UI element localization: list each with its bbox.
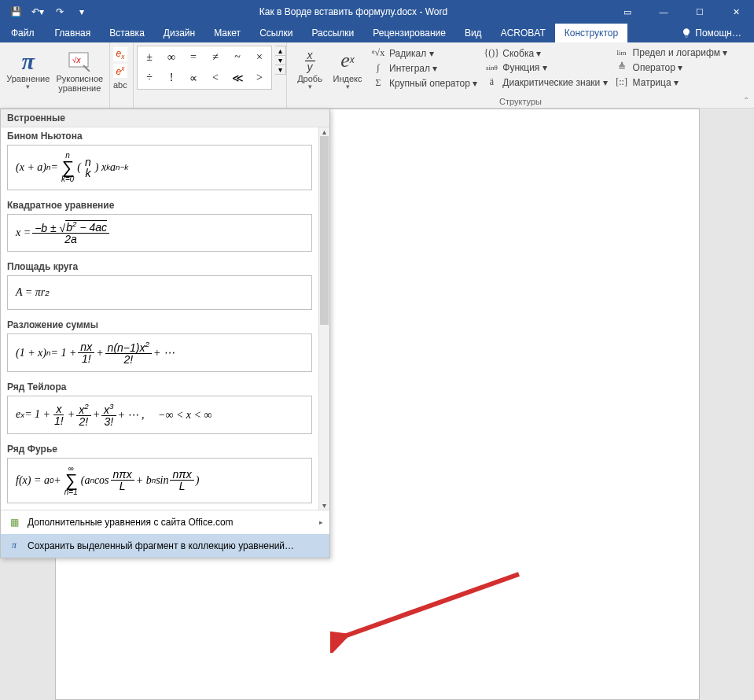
save-icon[interactable]: 💾 (6, 2, 25, 21)
close-icon[interactable]: ✕ (718, 0, 754, 24)
equation-item-binom[interactable]: Бином Ньютона (x + a)n = n∑k=0 (nk) xkan… (1, 127, 318, 197)
more-equations-link[interactable]: ▦ Дополнительные уравнения с сайта Offic… (1, 510, 329, 534)
ribbon-options-icon[interactable]: ▭ (609, 0, 645, 24)
svg-line-2 (342, 574, 519, 637)
tab-view[interactable]: Вид (455, 24, 491, 42)
tab-layout[interactable]: Макет (204, 24, 250, 42)
convert-professional-icon[interactable]: ex (113, 47, 127, 61)
symbols-grid: ± ∞ = ≠ ~ × ÷ ! ∝ < ≪ > (137, 46, 272, 90)
svg-text:√x: √x (72, 56, 81, 64)
equation-item-sum-expansion[interactable]: Разложение суммы (1 + x)n = 1 + nx1! + n… (1, 316, 318, 378)
symbols-expand: ▴ ▾ ▾ (275, 46, 286, 75)
integral-button[interactable]: ∫Интеграл ▾ (367, 61, 480, 76)
symbol-times[interactable]: × (249, 48, 270, 67)
symbol-tilde[interactable]: ~ (227, 48, 248, 67)
tab-home[interactable]: Главная (46, 24, 101, 42)
accent-button[interactable]: äДиакритические знаки ▾ (480, 75, 610, 90)
scroll-track[interactable] (319, 136, 329, 501)
dropdown-header: Встроенные (1, 109, 329, 127)
tab-file[interactable]: Файл (0, 24, 46, 42)
scroll-down-icon[interactable]: ▾ (319, 501, 329, 510)
structures-group-label: Структуры (287, 97, 754, 108)
equation-item-quadratic[interactable]: Квадратное уравнение x = −b ± √b2 − 4ac2… (1, 197, 318, 259)
bracket-icon: {()} (484, 47, 499, 59)
equation-button[interactable]: π Уравнение ▾ (5, 46, 52, 91)
tab-design[interactable]: Дизайн (154, 24, 204, 42)
qa-customize-icon[interactable]: ▾ (72, 2, 91, 21)
symbol-lt[interactable]: < (205, 68, 226, 87)
tab-mailings[interactable]: Рассылки (302, 24, 363, 42)
redo-icon[interactable]: ↷ (50, 2, 69, 21)
symbol-fact[interactable]: ! (161, 68, 182, 87)
ink-equation-icon: √x (68, 47, 91, 74)
operator-icon: ≜ (614, 61, 630, 73)
tab-acrobat[interactable]: ACROBAT (491, 24, 555, 42)
ribbon-tabs: Файл Главная Вставка Дизайн Макет Ссылки… (0, 24, 754, 42)
radical-button[interactable]: ⁿ√xРадикал ▾ (367, 46, 480, 61)
matrix-button[interactable]: [::]Матрица ▾ (611, 75, 731, 90)
normal-text-button[interactable]: abc (113, 80, 127, 90)
bracket-button[interactable]: {()}Скобка ▾ (480, 46, 610, 61)
symbol-neq[interactable]: ≠ (205, 48, 226, 67)
tab-constructor[interactable]: Конструктор (555, 24, 627, 42)
symbol-pm[interactable]: ± (139, 48, 160, 67)
fraction-button[interactable]: xy Дробь ▾ (292, 46, 328, 91)
symbol-eq[interactable]: = (183, 48, 204, 67)
function-icon: sinθ (484, 64, 499, 72)
limit-icon: lim (614, 49, 630, 57)
accent-icon: ä (484, 76, 499, 88)
annotation-arrow (330, 551, 535, 653)
maximize-icon[interactable]: ☐ (682, 0, 718, 24)
tab-review[interactable]: Рецензирование (363, 24, 455, 42)
limit-button[interactable]: limПредел и логарифм ▾ (611, 46, 731, 60)
dropdown-scroll: Бином Ньютона (x + a)n = n∑k=0 (nk) xkan… (1, 127, 329, 510)
tab-insert[interactable]: Вставка (100, 24, 154, 42)
tab-references[interactable]: Ссылки (250, 24, 302, 42)
office-icon: ▦ (7, 515, 21, 529)
symbols-down-icon[interactable]: ▾ (275, 56, 285, 65)
window-buttons: ▭ — ☐ ✕ (609, 0, 754, 24)
chevron-right-icon: ▸ (319, 518, 323, 526)
ink-equation-label: Рукописное уравнение (55, 74, 105, 93)
undo-icon[interactable]: ↶▾ (28, 2, 47, 21)
minimize-icon[interactable]: — (645, 0, 682, 24)
pi-icon: π (22, 48, 35, 74)
save-selection-link[interactable]: π Сохранить выделенный фрагмент в коллек… (1, 534, 329, 558)
title-bar: 💾 ↶▾ ↷ ▾ Как в Ворде вставить формулу.do… (0, 0, 754, 24)
ink-equation-button[interactable]: √x Рукописное уравнение (55, 46, 105, 93)
symbol-propto[interactable]: ∝ (183, 68, 204, 87)
collapse-ribbon-icon[interactable]: ⌃ (743, 96, 749, 105)
scroll-up-icon[interactable]: ▴ (319, 127, 329, 136)
script-button[interactable]: ex Индекс ▾ (328, 46, 367, 91)
radical-icon: ⁿ√x (370, 47, 386, 59)
dropdown-footer: ▦ Дополнительные уравнения с сайта Offic… (1, 510, 329, 558)
operator-button[interactable]: ≜Оператор ▾ (611, 60, 731, 75)
ribbon: π Уравнение ▾ √x Рукописное уравнение ex… (0, 42, 754, 109)
symbol-ll[interactable]: ≪ (227, 68, 248, 87)
symbol-infty[interactable]: ∞ (161, 48, 182, 67)
equation-item-circle-area[interactable]: Площадь круга A = πr2 (1, 258, 318, 316)
equation-item-fourier[interactable]: Ряд Фурье f(x) = a0 + ∞∑n=1 (an cosnπxL … (1, 440, 318, 510)
dropdown-scrollbar[interactable]: ▴ ▾ (318, 127, 329, 510)
equation-dropdown: Встроенные Бином Ньютона (x + a)n = n∑k=… (0, 109, 330, 558)
symbols-more-icon[interactable]: ▾ (275, 65, 285, 74)
large-operator-button[interactable]: ΣКрупный оператор ▾ (367, 76, 480, 90)
symbol-div[interactable]: ÷ (139, 68, 160, 87)
help-label: Помощн… (695, 28, 741, 39)
symbols-up-icon[interactable]: ▴ (275, 46, 285, 56)
equation-item-taylor[interactable]: Ряд Тейлора ex = 1 + x1! + x22! + x33! +… (1, 378, 318, 440)
matrix-icon: [::] (614, 76, 630, 88)
function-button[interactable]: sinθФункция ▾ (480, 61, 610, 75)
symbol-gt[interactable]: > (249, 68, 270, 87)
scroll-thumb[interactable] (320, 136, 329, 325)
lightbulb-icon (681, 28, 692, 39)
sigma-icon: Σ (370, 77, 386, 89)
window-title: Как в Ворде вставить формулу.docx - Word (97, 6, 609, 17)
convert-linear-icon[interactable]: ex (113, 64, 127, 78)
integral-icon: ∫ (370, 62, 386, 74)
help-button[interactable]: Помощн… (668, 24, 754, 42)
quick-access: 💾 ↶▾ ↷ ▾ (0, 2, 97, 21)
save-equation-icon: π (7, 539, 21, 553)
